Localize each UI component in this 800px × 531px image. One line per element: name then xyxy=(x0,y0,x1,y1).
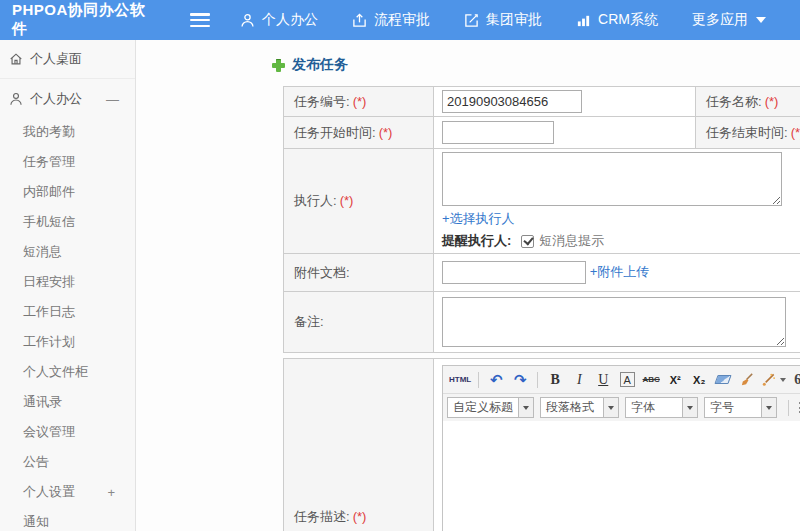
nav-personal-office[interactable]: 个人办公 xyxy=(240,11,318,29)
task-form: 任务编号:(*) 任务名称:(*) 任务开始时间:(*) 任务结束时间:(*) xyxy=(283,86,800,353)
nav-workflow-approval[interactable]: 流程审批 xyxy=(352,11,430,29)
sidebar-item-internal-mail[interactable]: 内部邮件 xyxy=(0,177,135,207)
top-nav: 个人办公 流程审批 集团审批 CRM系统 更多应用 xyxy=(240,11,800,29)
home-icon xyxy=(9,52,23,66)
custom-heading-select[interactable]: 自定义标题 xyxy=(447,397,534,418)
collapse-icon[interactable]: — xyxy=(106,92,123,107)
format-brush-icon[interactable] xyxy=(736,369,758,390)
sidebar-item-attendance[interactable]: 我的考勤 xyxy=(0,117,135,147)
sidebar-item-work-log[interactable]: 工作日志 xyxy=(0,297,135,327)
subscript-button[interactable]: X₂ xyxy=(688,369,710,390)
sidebar-item-work-plan[interactable]: 工作计划 xyxy=(0,327,135,357)
underline-button[interactable]: U xyxy=(592,369,614,390)
select-caret-icon[interactable] xyxy=(683,397,698,418)
topbar: PHPOA协同办公软件 个人办公 流程审批 集团审批 CRM系统 xyxy=(0,0,800,40)
description-label: 任务描述:(*) xyxy=(284,359,434,531)
nav-group-approval[interactable]: 集团审批 xyxy=(464,11,542,29)
attachment-label: 附件文档: xyxy=(284,254,434,292)
magic-wand-icon[interactable] xyxy=(760,369,787,390)
nav-crm-system[interactable]: CRM系统 xyxy=(576,11,658,29)
workflow-icon xyxy=(352,13,367,28)
bold-button[interactable]: B xyxy=(544,369,566,390)
main-content: 发布任务 任务编号:(*) 任务名称:(*) 任务开始时间:(*) xyxy=(136,40,800,531)
sms-remind-checkbox[interactable] xyxy=(521,235,534,248)
remind-executor-label: 提醒执行人: xyxy=(442,232,511,250)
undo-icon[interactable]: ↶ xyxy=(485,369,507,390)
paragraph-format-select[interactable]: 段落格式 xyxy=(540,397,619,418)
sidebar-item-meeting[interactable]: 会议管理 xyxy=(0,417,135,447)
executor-textarea[interactable] xyxy=(442,152,782,206)
sms-remind-label: 短消息提示 xyxy=(539,232,604,250)
caret-down-icon xyxy=(756,17,766,23)
sidebar: 个人桌面 个人办公 — 我的考勤 任务管理 内部邮件 手机短信 短消息 日程安排… xyxy=(0,40,136,531)
edit-square-icon xyxy=(464,13,479,28)
start-time-input[interactable] xyxy=(442,121,554,144)
font-size-select[interactable]: 字号 xyxy=(704,397,777,418)
select-caret-icon[interactable] xyxy=(519,397,534,418)
sidebar-item-desktop[interactable]: 个人桌面 xyxy=(0,40,135,79)
editor-toolbar-row-2: 自定义标题 段落格式 字体 字号 xyxy=(443,394,800,421)
align-left-icon[interactable] xyxy=(795,397,800,418)
remark-label: 备注: xyxy=(284,292,434,353)
font-family-select[interactable]: 字体 xyxy=(625,397,698,418)
html-source-button[interactable]: HTML xyxy=(448,369,472,390)
sidebar-item-schedule[interactable]: 日程安排 xyxy=(0,267,135,297)
sidebar-item-task-management[interactable]: 任务管理 xyxy=(0,147,135,177)
redo-icon[interactable]: ↷ xyxy=(509,369,531,390)
user-icon xyxy=(9,92,23,106)
blockquote-button[interactable]: 66 xyxy=(789,369,800,390)
task-name-label: 任务名称:(*) xyxy=(696,87,800,117)
sidebar-group-personal-settings[interactable]: 个人设置 + xyxy=(0,477,135,507)
description-section: 任务描述:(*) HTML ↶ ↷ B I U A xyxy=(283,358,800,531)
executor-label: 执行人:(*) xyxy=(284,149,434,254)
superscript-button[interactable]: X² xyxy=(664,369,686,390)
strikethrough-button[interactable]: ABC xyxy=(640,369,662,390)
editor-toolbar-row-1: HTML ↶ ↷ B I U A ABC X² X₂ xyxy=(443,366,800,394)
add-icon xyxy=(272,59,285,72)
eraser-icon[interactable] xyxy=(712,369,734,390)
sidebar-item-short-message[interactable]: 短消息 xyxy=(0,237,135,267)
person-icon xyxy=(240,13,255,28)
sidebar-item-file-cabinet[interactable]: 个人文件柜 xyxy=(0,357,135,387)
page-title: 发布任务 xyxy=(272,56,800,74)
end-time-label: 任务结束时间:(*) xyxy=(696,117,800,149)
highlight-button[interactable]: A xyxy=(616,369,638,390)
rich-text-editor: HTML ↶ ↷ B I U A ABC X² X₂ xyxy=(442,365,800,531)
attachment-input[interactable] xyxy=(442,261,586,284)
bar-chart-icon xyxy=(576,13,591,28)
attachment-upload-link[interactable]: +附件上传 xyxy=(590,264,650,279)
expand-icon[interactable]: + xyxy=(107,485,131,500)
app-logo: PHPOA协同办公软件 xyxy=(0,1,158,39)
sidebar-item-contacts[interactable]: 通讯录 xyxy=(0,387,135,417)
sidebar-item-notice[interactable]: 通知 xyxy=(0,507,135,531)
choose-executor-link[interactable]: +选择执行人 xyxy=(442,211,515,226)
start-time-label: 任务开始时间:(*) xyxy=(284,117,434,149)
nav-more-apps[interactable]: 更多应用 xyxy=(692,11,766,29)
sidebar-item-sms[interactable]: 手机短信 xyxy=(0,207,135,237)
remark-textarea[interactable] xyxy=(442,297,786,347)
task-number-label: 任务编号:(*) xyxy=(284,87,434,117)
select-caret-icon[interactable] xyxy=(604,397,619,418)
menu-icon[interactable] xyxy=(190,13,210,27)
editor-content-area[interactable] xyxy=(443,421,800,531)
select-caret-icon[interactable] xyxy=(762,397,777,418)
sidebar-group-personal-office[interactable]: 个人办公 — xyxy=(0,79,135,117)
task-number-input[interactable] xyxy=(442,90,582,113)
sidebar-item-announcement[interactable]: 公告 xyxy=(0,447,135,477)
italic-button[interactable]: I xyxy=(568,369,590,390)
